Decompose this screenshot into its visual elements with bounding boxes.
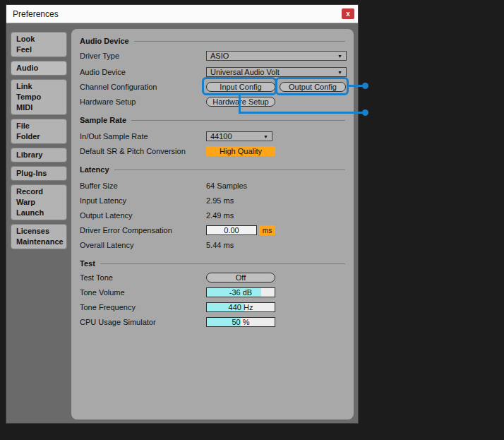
tone-volume-row: Tone Volume -36 dB xyxy=(80,285,347,299)
tone-frequency-value: 440 Hz xyxy=(207,303,275,311)
sidebar-tab-look-feel[interactable]: Look Feel xyxy=(11,32,67,57)
driver-error-row: Driver Error Compensation 0.00 ms xyxy=(80,223,347,237)
tab-label-line: Tempo xyxy=(16,92,61,102)
output-config-callout-box xyxy=(275,77,349,95)
audio-device-label: Audio Device xyxy=(80,68,206,76)
tab-label-line: MIDI xyxy=(16,102,61,113)
tab-label-line: Audio xyxy=(16,63,61,73)
hardware-setup-row: Hardware Setup Hardware Setup xyxy=(80,95,347,109)
section-divider xyxy=(114,170,345,170)
test-tone-row: Test Tone Off xyxy=(80,270,347,285)
chevron-down-icon: ▼ xyxy=(337,54,342,59)
tab-label-line: Licenses xyxy=(16,226,61,237)
driver-type-row: Driver Type ASIO ▼ xyxy=(80,49,347,63)
sample-rate-value: 44100 xyxy=(210,132,232,141)
tab-label-line: File xyxy=(16,121,61,131)
tone-frequency-slider[interactable]: 440 Hz xyxy=(206,302,275,312)
tab-label-line: Link xyxy=(16,81,61,92)
cpu-usage-slider[interactable]: 50 % xyxy=(206,317,275,327)
output-latency-row: Output Latency 2.49 ms xyxy=(80,208,347,222)
section-header-test: Test xyxy=(80,258,345,269)
audio-device-select[interactable]: Universal Audio Volt ▼ xyxy=(206,67,347,77)
section-divider xyxy=(134,41,345,42)
audio-device-value: Universal Audio Volt xyxy=(210,68,280,76)
driver-error-input[interactable]: 0.00 xyxy=(206,225,257,235)
tab-label-line: Warp xyxy=(16,197,61,208)
cpu-usage-row: CPU Usage Simulator 50 % xyxy=(80,315,347,329)
section-divider xyxy=(131,120,345,121)
overall-latency-row: Overall Latency 5.44 ms xyxy=(80,238,347,252)
sr-conversion-row: Default SR & Pitch Conversion High Quali… xyxy=(80,144,347,158)
tab-label-line: Look xyxy=(16,34,61,44)
buffer-size-label: Buffer Size xyxy=(80,182,206,190)
input-config-callout-line-horizontal xyxy=(239,112,364,114)
tone-frequency-label: Tone Frequency xyxy=(80,303,206,311)
sr-conversion-quality-button[interactable]: High Quality xyxy=(206,146,275,156)
driver-type-value: ASIO xyxy=(210,52,229,60)
tab-label-line: Library xyxy=(16,150,61,160)
desktop-background: Preferences x Look Feel Audio Link Tempo… xyxy=(0,0,504,440)
cpu-usage-label: CPU Usage Simulator xyxy=(80,318,206,326)
input-config-callout-box xyxy=(202,77,277,95)
test-tone-label: Test Tone xyxy=(80,273,206,282)
output-latency-label: Output Latency xyxy=(80,211,206,220)
sidebar-tab-licenses-maintenance[interactable]: Licenses Maintenance xyxy=(11,224,67,249)
hardware-setup-button[interactable]: Hardware Setup xyxy=(206,97,275,107)
sidebar-tab-record-warp-launch[interactable]: Record Warp Launch xyxy=(11,184,67,220)
sr-conversion-label: Default SR & Pitch Conversion xyxy=(80,147,206,155)
sidebar-tab-file-folder[interactable]: File Folder xyxy=(11,119,67,144)
tone-volume-value: -36 dB xyxy=(207,288,275,297)
output-config-callout-dot xyxy=(362,83,368,89)
output-latency-value: 2.49 ms xyxy=(206,211,234,220)
overall-latency-label: Overall Latency xyxy=(80,241,206,249)
channel-configuration-label: Channel Configuration xyxy=(80,83,206,91)
input-latency-row: Input Latency 2.95 ms xyxy=(80,194,347,208)
sidebar-tab-audio[interactable]: Audio xyxy=(11,61,67,76)
tab-label-line: Plug-Ins xyxy=(16,168,61,179)
section-header-sample-rate: Sample Rate xyxy=(80,114,345,126)
sidebar-tab-library[interactable]: Library xyxy=(11,148,67,162)
hardware-setup-label: Hardware Setup xyxy=(80,97,206,106)
tone-volume-label: Tone Volume xyxy=(80,288,206,297)
input-latency-value: 2.95 ms xyxy=(206,196,234,205)
tone-frequency-row: Tone Frequency 440 Hz xyxy=(80,300,347,314)
window-title: Preferences xyxy=(13,9,59,19)
tone-volume-slider[interactable]: -36 dB xyxy=(206,287,275,297)
tab-label-line: Record xyxy=(16,186,61,197)
titlebar: Preferences x xyxy=(6,5,358,23)
cpu-usage-value: 50 % xyxy=(207,318,275,326)
tab-label-line: Launch xyxy=(16,208,61,218)
preferences-window: Preferences x Look Feel Audio Link Tempo… xyxy=(6,4,359,424)
driver-error-unit-badge: ms xyxy=(259,225,275,235)
sidebar-tab-plug-ins[interactable]: Plug-Ins xyxy=(11,166,67,181)
buffer-size-value: 64 Samples xyxy=(206,182,247,190)
sidebar-tab-link-tempo-midi[interactable]: Link Tempo MIDI xyxy=(11,79,67,115)
buffer-size-row: Buffer Size 64 Samples xyxy=(80,179,347,193)
overall-latency-value: 5.44 ms xyxy=(206,241,234,249)
in-out-sample-rate-label: In/Out Sample Rate xyxy=(80,132,206,141)
driver-type-select[interactable]: ASIO ▼ xyxy=(206,51,347,61)
driver-type-label: Driver Type xyxy=(80,52,206,60)
input-config-callout-dot xyxy=(362,109,368,116)
sample-rate-row: In/Out Sample Rate 44100 ▼ xyxy=(80,129,347,143)
driver-error-label: Driver Error Compensation xyxy=(80,226,206,234)
tab-label-line: Maintenance xyxy=(16,237,61,247)
section-header-latency: Latency xyxy=(80,164,345,175)
close-button[interactable]: x xyxy=(342,8,354,19)
tab-label-line: Folder xyxy=(16,131,61,142)
chevron-down-icon: ▼ xyxy=(263,134,268,139)
sample-rate-select[interactable]: 44100 ▼ xyxy=(206,131,272,141)
test-tone-toggle[interactable]: Off xyxy=(206,273,275,283)
sidebar: Look Feel Audio Link Tempo MIDI File Fol… xyxy=(11,32,67,249)
input-latency-label: Input Latency xyxy=(80,196,206,205)
chevron-down-icon: ▼ xyxy=(337,70,342,75)
section-divider xyxy=(100,263,345,264)
section-header-audio-device: Audio Device xyxy=(80,35,345,47)
tab-label-line: Feel xyxy=(16,44,61,55)
close-icon: x xyxy=(346,10,350,18)
